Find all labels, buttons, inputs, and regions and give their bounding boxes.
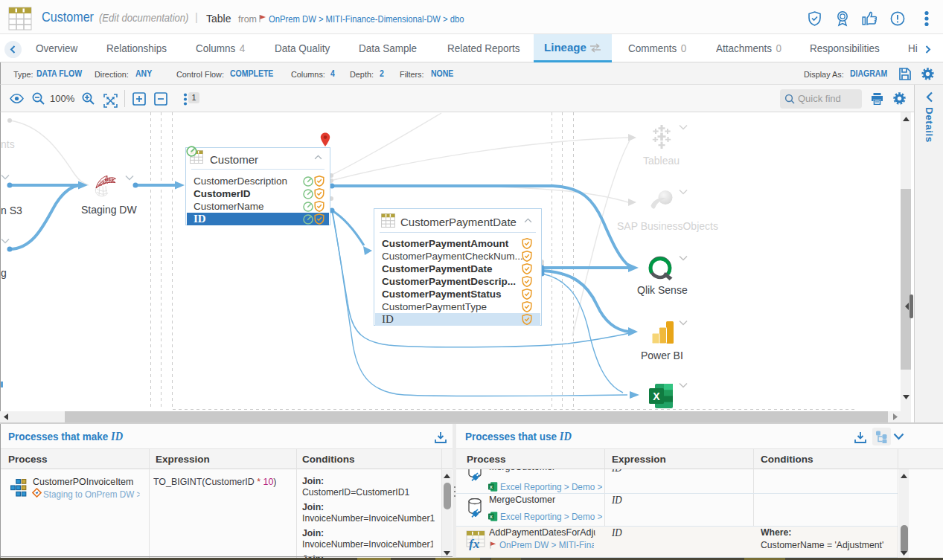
svg-text:X: X: [653, 390, 660, 402]
svg-text:fx: fx: [469, 537, 480, 550]
